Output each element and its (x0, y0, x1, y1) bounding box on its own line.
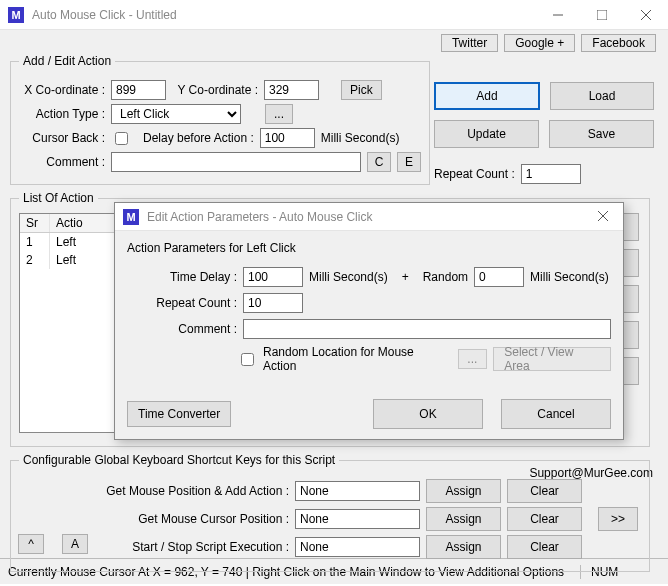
delay-label: Delay before Action : (143, 131, 254, 145)
main-buttons-column: Add Load Update Save Repeat Count : (434, 82, 654, 184)
y-input[interactable] (264, 80, 319, 100)
add-edit-legend: Add / Edit Action (19, 54, 115, 68)
repeatcount-label: Repeat Count : (434, 167, 515, 181)
randomlocation-label: Random Location for Mouse Action (263, 345, 446, 373)
modal-comment-input[interactable] (243, 319, 611, 339)
minimize-button[interactable] (536, 0, 580, 30)
assign-button-0[interactable]: Assign (426, 479, 501, 503)
comment-input[interactable] (111, 152, 361, 172)
shortcuts-group: Configurable Global Keyboard Shortcut Ke… (10, 453, 650, 572)
sc-lbl-1: Get Mouse Cursor Position : (19, 512, 289, 526)
x-label: X Co-ordinate : (19, 83, 105, 97)
update-button[interactable]: Update (434, 120, 539, 148)
dialog-close-button[interactable] (583, 210, 623, 224)
random-unit: Milli Second(s) (530, 270, 609, 284)
cursorback-label: Cursor Back : (19, 131, 105, 145)
e-button[interactable]: E (397, 152, 421, 172)
col-sr: Sr (20, 214, 50, 232)
randomlocation-checkbox[interactable] (241, 353, 254, 366)
modal-comment-label: Comment : (127, 322, 237, 336)
comment-label: Comment : (19, 155, 105, 169)
dialog-title: Edit Action Parameters - Auto Mouse Clic… (147, 210, 583, 224)
main-titlebar: M Auto Mouse Click - Untitled (0, 0, 668, 30)
time-converter-button[interactable]: Time Converter (127, 401, 231, 427)
actiontype-label: Action Type : (19, 107, 105, 121)
dialog-heading: Action Parameters for Left Click (127, 241, 611, 255)
clear-button-0[interactable]: Clear (507, 479, 582, 503)
sc-val-1[interactable] (295, 509, 420, 529)
assign-button-2[interactable]: Assign (426, 535, 501, 559)
cancel-button[interactable]: Cancel (501, 399, 611, 429)
random-label: Random (423, 270, 468, 284)
modal-repeat-label: Repeat Count : (127, 296, 237, 310)
random-input[interactable] (474, 267, 524, 287)
modal-repeat-input[interactable] (243, 293, 303, 313)
svg-rect-1 (597, 10, 607, 20)
social-links-row: Twitter Google + Facebook (441, 34, 656, 52)
dialog-app-icon: M (123, 209, 139, 225)
timedelay-label: Time Delay : (127, 270, 237, 284)
repeatcount-input[interactable] (521, 164, 581, 184)
edit-action-dialog: M Edit Action Parameters - Auto Mouse Cl… (114, 202, 624, 440)
timedelay-unit: Milli Second(s) (309, 270, 388, 284)
add-button[interactable]: Add (434, 82, 540, 110)
c-button[interactable]: C (367, 152, 391, 172)
x-input[interactable] (111, 80, 166, 100)
plus-label: + (402, 270, 409, 284)
caret-up-button[interactable]: ^ (18, 534, 44, 554)
save-button[interactable]: Save (549, 120, 654, 148)
facebook-link[interactable]: Facebook (581, 34, 656, 52)
add-edit-group: Add / Edit Action X Co-ordinate : Y Co-o… (10, 54, 430, 185)
timedelay-input[interactable] (243, 267, 303, 287)
dialog-titlebar: M Edit Action Parameters - Auto Mouse Cl… (115, 203, 623, 231)
more-button[interactable]: >> (598, 507, 638, 531)
pick-button[interactable]: Pick (341, 80, 382, 100)
sc-lbl-0: Get Mouse Position & Add Action : (19, 484, 289, 498)
twitter-link[interactable]: Twitter (441, 34, 498, 52)
select-area-button: Select / View Area (493, 347, 611, 371)
sc-val-2[interactable] (295, 537, 420, 557)
shortcuts-legend: Configurable Global Keyboard Shortcut Ke… (19, 453, 339, 467)
clear-button-2[interactable]: Clear (507, 535, 582, 559)
delay-unit: Milli Second(s) (321, 131, 400, 145)
sc-val-0[interactable] (295, 481, 420, 501)
app-icon: M (8, 7, 24, 23)
ok-button[interactable]: OK (373, 399, 483, 429)
assign-button-1[interactable]: Assign (426, 507, 501, 531)
corner-buttons: ^ A (18, 534, 88, 554)
a-button[interactable]: A (62, 534, 88, 554)
load-button[interactable]: Load (550, 82, 654, 110)
delay-input[interactable] (260, 128, 315, 148)
cursorback-checkbox[interactable] (115, 132, 128, 145)
close-button[interactable] (624, 0, 668, 30)
clear-button-1[interactable]: Clear (507, 507, 582, 531)
maximize-button[interactable] (580, 0, 624, 30)
googleplus-link[interactable]: Google + (504, 34, 575, 52)
area-more-button: ... (458, 349, 488, 369)
y-label: Y Co-ordinate : (172, 83, 258, 97)
window-title: Auto Mouse Click - Untitled (32, 8, 536, 22)
client-area: Twitter Google + Facebook Add / Edit Act… (0, 30, 668, 558)
actiontype-select[interactable]: Left Click (111, 104, 241, 124)
list-legend: List Of Action (19, 191, 98, 205)
actiontype-more-button[interactable]: ... (265, 104, 293, 124)
